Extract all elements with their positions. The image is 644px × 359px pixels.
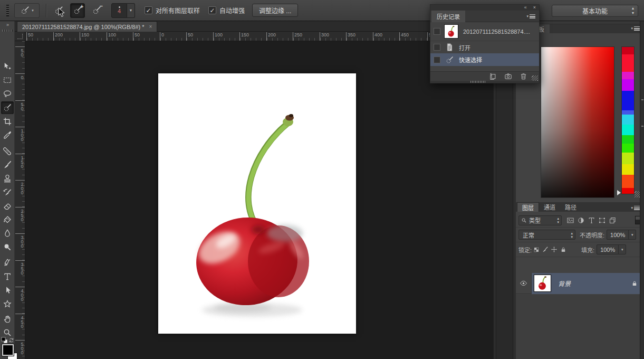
check-icon: ✓ bbox=[146, 7, 151, 14]
canvas-area[interactable] bbox=[25, 41, 493, 359]
panel-menu-icon[interactable]: ▾ bbox=[526, 14, 535, 18]
eye-icon bbox=[520, 279, 527, 287]
foreground-color-swatch[interactable] bbox=[2, 344, 14, 356]
tab-history[interactable]: 历史记录 bbox=[431, 11, 465, 22]
lasso-tool[interactable] bbox=[1, 88, 14, 100]
auto-enhance-checkbox[interactable]: ✓ bbox=[208, 6, 216, 14]
filter-type-combo[interactable]: 类型 ▴▾ bbox=[518, 215, 562, 225]
quick-selection-tool[interactable] bbox=[1, 101, 14, 114]
opacity-combo[interactable]: 100% ▾ bbox=[607, 230, 636, 240]
filter-type-layers-button[interactable] bbox=[586, 215, 597, 225]
subtract-from-selection-mode-button[interactable]: − bbox=[89, 3, 104, 18]
photoshop-window: ▾ + − 4 ▼ ✓ 对所有图层取样 ✓ 自动增强 调整边缘 bbox=[0, 0, 644, 359]
sample-all-layers-checkbox[interactable]: ✓ bbox=[145, 6, 152, 14]
hue-slider-handle[interactable] bbox=[617, 190, 621, 195]
eyedropper-tool[interactable] bbox=[1, 129, 14, 141]
lock-pixels-button[interactable] bbox=[541, 245, 550, 254]
saturation-brightness-field[interactable] bbox=[541, 46, 614, 198]
panel-drag-grip[interactable] bbox=[470, 81, 486, 83]
lock-position-button[interactable] bbox=[550, 245, 559, 254]
crop-tool[interactable] bbox=[1, 115, 14, 128]
history-source-checkbox[interactable] bbox=[434, 44, 440, 51]
sample-all-layers-option: ✓ 对所有图层取样 bbox=[145, 6, 200, 15]
pen-tool[interactable] bbox=[1, 257, 14, 269]
clone-stamp-tool[interactable] bbox=[1, 172, 14, 185]
tab-paths[interactable]: 路径 bbox=[560, 202, 581, 212]
lock-all-button[interactable] bbox=[559, 245, 568, 254]
layer-row-selected-area[interactable]: 背景 bbox=[532, 273, 644, 294]
brush-tool[interactable] bbox=[1, 158, 14, 171]
refine-edge-button[interactable]: 调整边缘 ... bbox=[252, 4, 298, 17]
layer-row-background[interactable]: 背景 bbox=[516, 273, 644, 294]
vertical-ruler[interactable]: 50 0 50 100 150 200 250 300 350 400 450 … bbox=[15, 41, 25, 359]
history-step-quick-selection[interactable]: 快速选择 bbox=[430, 53, 539, 66]
filter-adjustment-layers-button[interactable] bbox=[575, 215, 586, 225]
hand-tool[interactable] bbox=[1, 313, 14, 325]
swap-colors-icon[interactable] bbox=[8, 337, 14, 343]
hue-slider-strip[interactable] bbox=[621, 46, 635, 194]
tools-grip[interactable] bbox=[2, 30, 13, 32]
dropdown-arrow-icon[interactable]: ▾ bbox=[618, 245, 626, 254]
history-panel: « × 历史记录 ▾ 2012071112581528874.... 打开 快速… bbox=[430, 4, 540, 83]
history-step-open[interactable]: 打开 bbox=[430, 41, 539, 53]
fill-label: 填充: bbox=[581, 245, 594, 254]
blend-mode-combo[interactable]: 正常 ▴▾ bbox=[518, 230, 575, 240]
ruler-label: 500 bbox=[15, 340, 25, 354]
document-canvas[interactable] bbox=[158, 73, 356, 334]
workspace-label: 基本功能 bbox=[582, 6, 608, 15]
layer-visibility-toggle[interactable] bbox=[516, 273, 532, 294]
options-bar-grip[interactable] bbox=[6, 5, 9, 16]
history-snapshot-row[interactable]: 2012071112581528874.... bbox=[430, 22, 539, 41]
close-tab-icon[interactable]: × bbox=[149, 24, 152, 30]
history-source-checkbox[interactable] bbox=[434, 56, 440, 63]
filter-smart-objects-button[interactable] bbox=[607, 215, 618, 225]
quick-selection-icon bbox=[3, 103, 12, 112]
workspace-switcher[interactable]: 基本功能 ▴▾ bbox=[552, 5, 638, 17]
tool-preset-picker[interactable]: ▾ bbox=[14, 3, 40, 18]
paint-bucket-tool[interactable] bbox=[1, 213, 14, 226]
type-icon bbox=[588, 216, 595, 224]
tab-layers[interactable]: 图层 bbox=[517, 202, 539, 212]
horizontal-ruler[interactable]: 50 200 150 100 50 0 50 100 150 200 250 3… bbox=[25, 32, 493, 41]
type-tool[interactable] bbox=[1, 270, 14, 283]
brush-size-dropdown-button[interactable]: ▼ bbox=[127, 3, 135, 18]
brush-size-value: 4 bbox=[111, 3, 127, 18]
blur-tool[interactable] bbox=[1, 227, 14, 240]
eraser-tool[interactable] bbox=[1, 200, 14, 212]
history-panel-footer bbox=[430, 71, 539, 81]
path-selection-tool[interactable] bbox=[1, 284, 14, 297]
rectangular-marquee-tool[interactable] bbox=[1, 74, 14, 87]
panel-menu-icon[interactable]: ▾ bbox=[631, 206, 640, 210]
spot-healing-brush-tool[interactable] bbox=[1, 145, 14, 157]
collapse-panel-icon[interactable]: « bbox=[524, 5, 527, 11]
brush-size-picker[interactable]: 4 ▼ bbox=[111, 3, 135, 18]
brush-icon bbox=[542, 246, 549, 253]
ruler-label: 400 bbox=[373, 32, 382, 41]
close-panel-icon[interactable]: × bbox=[533, 5, 536, 11]
filter-pixel-layers-button[interactable] bbox=[565, 215, 575, 225]
new-document-from-state-icon[interactable] bbox=[489, 72, 497, 80]
tab-channels[interactable]: 通道 bbox=[539, 202, 560, 212]
history-source-checkbox[interactable] bbox=[434, 28, 440, 35]
ruler-label: 400 bbox=[15, 287, 25, 301]
fill-combo[interactable]: 100% ▾ bbox=[597, 244, 626, 254]
custom-shape-tool[interactable] bbox=[1, 298, 14, 310]
lock-transparency-button[interactable] bbox=[532, 245, 541, 254]
tools-collapse-icon[interactable]: » bbox=[0, 22, 15, 27]
new-snapshot-camera-icon[interactable] bbox=[504, 72, 512, 80]
ruler-origin-corner[interactable] bbox=[15, 32, 25, 41]
move-tool[interactable] bbox=[1, 60, 14, 73]
filter-shape-layers-button[interactable] bbox=[597, 215, 607, 225]
add-to-selection-mode-button[interactable]: + bbox=[70, 3, 85, 18]
default-colors-icon[interactable] bbox=[1, 337, 8, 344]
image-icon bbox=[566, 216, 574, 224]
ruler-label: 0 bbox=[160, 32, 164, 41]
ruler-label: 300 bbox=[320, 32, 329, 41]
dropdown-arrow-icon[interactable]: ▾ bbox=[628, 230, 636, 239]
ruler-label: 450 bbox=[399, 32, 409, 41]
panel-menu-icon[interactable]: ▾ bbox=[631, 26, 640, 31]
document-tab[interactable]: 2012071112581528874.jpg @ 100%(RGB/8#) *… bbox=[17, 21, 157, 32]
history-brush-tool[interactable] bbox=[1, 186, 14, 199]
delete-state-trash-icon[interactable] bbox=[520, 72, 527, 80]
dodge-tool[interactable] bbox=[1, 241, 14, 253]
